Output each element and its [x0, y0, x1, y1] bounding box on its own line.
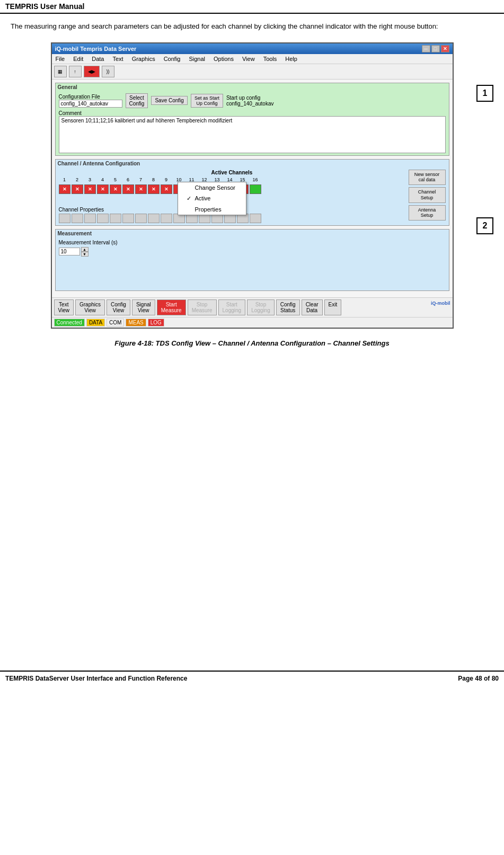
channel-3[interactable]: ✕ [84, 184, 96, 194]
context-properties[interactable]: Properties [178, 204, 246, 215]
status-bar: Connected DATA COM MEAS LOG [52, 317, 453, 328]
measurement-empty-area [59, 257, 446, 288]
channel-7[interactable]: ✕ [135, 184, 147, 194]
ch-num-9: 9 [161, 177, 172, 182]
channel-1[interactable]: ✕ [59, 184, 70, 194]
status-data: DATA [86, 319, 105, 327]
menu-tools[interactable]: Tools [262, 55, 279, 63]
status-log: LOG [148, 319, 164, 327]
ch-num-1: 1 [59, 177, 70, 182]
ch-num-5: 5 [110, 177, 121, 182]
status-connected: Connected [54, 319, 85, 327]
header-title: TEMPRIS User Manual [5, 2, 84, 11]
startup-config-area: Start up config config_140_autokav [226, 95, 274, 107]
ch-num-8: 8 [148, 177, 160, 182]
close-button[interactable]: ✕ [441, 45, 449, 52]
channel-5[interactable]: ✕ [110, 184, 121, 194]
stop-measure-button[interactable]: StopMeasure [188, 299, 217, 315]
measurement-section-title: Measurement [56, 230, 449, 237]
measurement-body: Measurement Interval (s) [59, 240, 446, 245]
interval-input[interactable] [59, 248, 80, 255]
ch-sub-9[interactable] [161, 214, 172, 223]
ch-sub-2[interactable] [72, 214, 83, 223]
minimize-button[interactable]: ─ [422, 45, 430, 52]
ch-num-7: 7 [135, 177, 147, 182]
config-view-button[interactable]: ConfigView [107, 299, 130, 315]
menu-options[interactable]: Options [212, 55, 235, 63]
start-logging-button[interactable]: StartLogging [218, 299, 246, 315]
channel-2[interactable]: ✕ [72, 184, 83, 194]
interval-label: Measurement Interval (s) [59, 240, 118, 245]
config-file-label: Configuration File [59, 94, 122, 108]
ch-sub-4[interactable] [97, 214, 109, 223]
channel-16[interactable] [250, 184, 261, 194]
body-text: The measuring range and search parameter… [0, 16, 504, 37]
start-measure-button[interactable]: StartMeasure [157, 299, 186, 315]
ch-num-6: 6 [122, 177, 134, 182]
config-file-input[interactable] [59, 100, 122, 108]
channel-section-title: Channel / Antenna Configuration [56, 160, 449, 168]
ch-sub-16[interactable] [250, 214, 261, 223]
spin-buttons: ▲ ▼ [81, 247, 89, 257]
context-change-sensor[interactable]: Change Sensor [178, 182, 246, 193]
antenna-setup-button[interactable]: AntennaSetup [409, 205, 446, 221]
channel-9[interactable]: ✕ [161, 184, 172, 194]
spin-down[interactable]: ▼ [81, 252, 89, 257]
ch-sub-8[interactable] [148, 214, 160, 223]
ch-sub-7[interactable] [135, 214, 147, 223]
menu-file[interactable]: File [54, 55, 67, 63]
save-config-button[interactable]: Save Config [151, 96, 187, 105]
channel-6[interactable]: ✕ [122, 184, 134, 194]
footer-right: Page 48 of 80 [458, 675, 499, 682]
context-active[interactable]: ✓ Active [178, 193, 246, 204]
channel-8[interactable]: ✕ [148, 184, 160, 194]
menu-config[interactable]: Config [162, 55, 182, 63]
callout-2: 2 [476, 217, 493, 234]
maximize-button[interactable]: □ [431, 45, 440, 52]
menu-graphics[interactable]: Graphics [130, 55, 157, 63]
menu-data[interactable]: Data [90, 55, 105, 63]
exit-button[interactable]: Exit [324, 299, 342, 315]
menu-signal[interactable]: Signal [187, 55, 207, 63]
toolbar-btn-4[interactable]: )) [102, 66, 114, 77]
new-sensor-cal-button[interactable]: New sensorcal data [409, 170, 446, 186]
signal-view-button[interactable]: SignalView [132, 299, 155, 315]
ch-sub-1[interactable] [59, 214, 70, 223]
comment-box: Sensoren 10;11;12;16 kalibriert und auf … [59, 116, 446, 153]
channel-section-body: Active Channels 1 2 3 4 5 6 7 8 [56, 168, 449, 225]
status-meas: MEAS [126, 319, 146, 327]
menu-help[interactable]: Help [284, 55, 299, 63]
app-title: iQ-mobil Tempris Data Server [55, 46, 137, 52]
toolbar: ▦ ↑ ◀▶ )) [52, 64, 453, 80]
clear-data-button[interactable]: ClearData [302, 299, 323, 315]
channel-4[interactable]: ✕ [97, 184, 109, 194]
comment-area: Comment Sensoren 10;11;12;16 kalibriert … [59, 110, 446, 153]
toolbar-btn-1[interactable]: ▦ [54, 66, 67, 77]
toolbar-btn-3[interactable]: ◀▶ [84, 66, 100, 77]
menu-bar: File Edit Data Text Graphics Config Sign… [52, 54, 453, 64]
body-paragraph: The measuring range and search parameter… [11, 21, 493, 32]
set-startup-button[interactable]: Set as StartUp Config [191, 94, 223, 108]
logo-area: iQ-mobil [431, 299, 450, 315]
callout-1: 1 [476, 85, 493, 102]
menu-edit[interactable]: Edit [72, 55, 85, 63]
stop-logging-button[interactable]: StopLogging [247, 299, 275, 315]
menu-view[interactable]: View [241, 55, 257, 63]
menu-text[interactable]: Text [111, 55, 125, 63]
general-section-body: Configuration File SelectConfig Save Con… [56, 91, 449, 155]
status-com: COM [107, 319, 124, 327]
ch-num-4: 4 [97, 177, 109, 182]
channel-section: Channel / Antenna Configuration Active C… [55, 159, 449, 226]
ch-sub-6[interactable] [122, 214, 134, 223]
channel-setup-button[interactable]: ChannelSetup [409, 187, 446, 203]
ch-sub-5[interactable] [110, 214, 121, 223]
text-view-button[interactable]: TextView [54, 299, 74, 315]
measurement-section-body: Measurement Interval (s) ▲ ▼ [56, 237, 449, 290]
page-header: TEMPRIS User Manual [0, 0, 504, 14]
graphics-view-button[interactable]: GraphicsView [75, 299, 105, 315]
select-config-button[interactable]: SelectConfig [126, 93, 148, 108]
toolbar-btn-2[interactable]: ↑ [69, 66, 82, 77]
spin-up[interactable]: ▲ [81, 247, 89, 252]
config-status-button[interactable]: ConfigStatus [276, 299, 300, 315]
ch-sub-3[interactable] [84, 214, 96, 223]
